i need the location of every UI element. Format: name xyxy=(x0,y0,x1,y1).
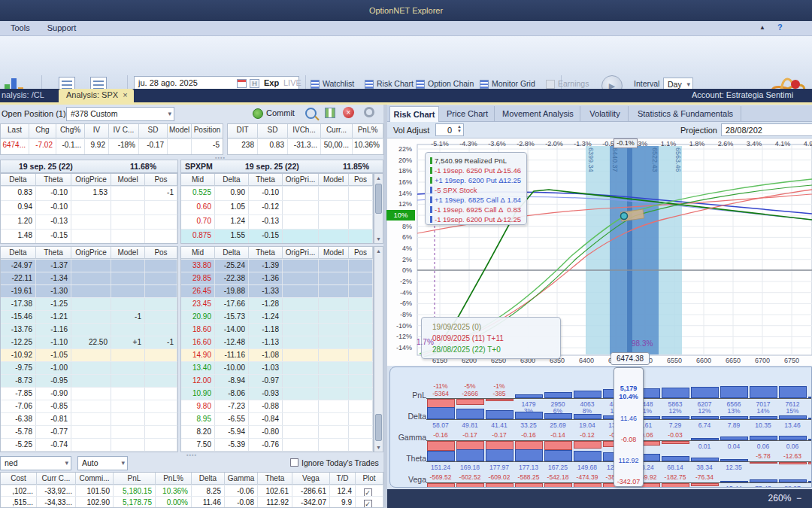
cell[interactable]: 0.875 xyxy=(181,230,215,243)
cell[interactable]: -0.10 xyxy=(36,201,71,214)
cell[interactable]: 16.60 xyxy=(181,336,215,348)
cell[interactable] xyxy=(283,230,319,243)
cell[interactable] xyxy=(349,375,373,387)
cell[interactable]: -5.78 xyxy=(1,426,36,438)
cell[interactable]: -15.46 xyxy=(1,311,36,323)
summary-value-row[interactable]: 2380.83-31.3...50,00...10.36% xyxy=(228,139,383,155)
cell[interactable] xyxy=(145,285,177,297)
option-row[interactable]: -8.73-0.95 xyxy=(1,375,177,388)
cell[interactable] xyxy=(111,388,145,400)
ribbon-collapse-icon[interactable]: ▲ xyxy=(759,24,765,31)
cell[interactable] xyxy=(111,298,145,310)
cell[interactable] xyxy=(145,413,177,425)
cell[interactable]: -24.97 xyxy=(1,260,36,272)
cell[interactable] xyxy=(71,324,111,336)
cell[interactable]: -17.38 xyxy=(1,298,36,310)
option-row[interactable]: 12.00-8.94-0.97 xyxy=(181,375,373,388)
cell[interactable] xyxy=(319,426,349,438)
cell[interactable]: -8.94 xyxy=(215,375,249,387)
cell[interactable]: -1.25 xyxy=(36,298,71,310)
cell[interactable] xyxy=(319,230,349,243)
cell[interactable] xyxy=(319,362,349,374)
cell[interactable]: 10.36% xyxy=(156,485,192,496)
cell[interactable]: 0.90 xyxy=(215,187,249,200)
cell[interactable] xyxy=(283,426,319,438)
cell[interactable] xyxy=(111,426,145,438)
option-row[interactable]: -9.75-1.00 xyxy=(1,362,177,375)
grid-header-row[interactable]: DeltaThetaOrigPriceModelPos xyxy=(1,247,177,260)
cell[interactable]: 18.60 xyxy=(181,324,215,336)
cell[interactable] xyxy=(349,336,373,348)
commit-button[interactable]: Commit xyxy=(253,107,296,121)
cell[interactable] xyxy=(319,375,349,387)
cell[interactable]: 112.92 xyxy=(258,497,292,507)
cell[interactable]: -33,92... xyxy=(37,485,76,496)
cell[interactable]: 14.90 xyxy=(181,349,215,361)
tab-analysis-spx[interactable]: Analysis: SPX × xyxy=(59,89,134,102)
plot-checkbox[interactable]: ✓ xyxy=(364,500,372,507)
cell[interactable] xyxy=(349,187,373,200)
cell[interactable]: 11.46 xyxy=(192,497,225,507)
cell[interactable] xyxy=(71,362,111,374)
option-row[interactable]: -17.38-1.25 xyxy=(1,298,177,311)
cell[interactable] xyxy=(349,324,373,336)
cell[interactable]: -25.24 xyxy=(215,260,249,272)
cell[interactable] xyxy=(111,349,145,361)
cell[interactable] xyxy=(71,388,111,400)
cell[interactable] xyxy=(145,324,177,336)
option-row[interactable]: 14.90-11.16-1.08 xyxy=(181,349,373,362)
help-icon[interactable]: ? xyxy=(777,23,783,32)
cell[interactable] xyxy=(319,439,349,451)
cell[interactable] xyxy=(283,187,319,200)
zoom-out-button[interactable]: − xyxy=(796,493,801,503)
cell[interactable] xyxy=(349,362,373,374)
close-position-icon[interactable]: × xyxy=(343,107,354,118)
cell[interactable] xyxy=(283,260,319,272)
cell[interactable]: 22.50 xyxy=(71,336,111,348)
cell[interactable] xyxy=(145,375,177,387)
cell[interactable]: 1.24 xyxy=(215,215,249,229)
cell[interactable] xyxy=(319,187,349,200)
cell[interactable]: 8.20 xyxy=(181,426,215,438)
cell[interactable] xyxy=(283,413,319,425)
cell[interactable] xyxy=(145,201,177,214)
option-row[interactable]: 0.5250.90-0.10 xyxy=(181,187,373,201)
cell[interactable]: +1 xyxy=(111,336,145,348)
cell[interactable]: 9.80 xyxy=(181,400,215,412)
cell[interactable]: 13.40 xyxy=(181,362,215,374)
cell[interactable]: -4.91 xyxy=(215,452,249,452)
cell[interactable] xyxy=(283,452,319,452)
cell[interactable]: 0.83 xyxy=(1,187,36,200)
cell[interactable] xyxy=(319,201,349,214)
cell[interactable] xyxy=(71,298,111,310)
cell[interactable]: -0.12 xyxy=(249,201,283,214)
totals-row[interactable]: ,515...-34,33...102.905,178.750.00%11.46… xyxy=(1,497,383,508)
cell[interactable]: -1.36 xyxy=(249,272,283,284)
auto-select[interactable]: Auto▾ xyxy=(77,456,128,470)
cell[interactable]: -0.74 xyxy=(36,439,71,451)
cell[interactable]: -1 xyxy=(145,187,177,200)
live-label[interactable]: LIVE xyxy=(283,78,301,87)
cell[interactable]: 12.00 xyxy=(181,375,215,387)
cell[interactable]: -1.21 xyxy=(36,311,71,323)
cell[interactable]: -11.16 xyxy=(215,349,249,361)
calendar-icon[interactable] xyxy=(237,79,247,88)
option-row[interactable]: -5.78-0.77 xyxy=(1,426,177,439)
cell[interactable]: -0.1... xyxy=(56,139,85,154)
option-row[interactable]: 13.40-10.00-1.03 xyxy=(181,362,373,375)
cell[interactable]: -7.06 xyxy=(1,400,36,412)
cell[interactable] xyxy=(349,311,373,323)
cell[interactable]: 0.00% xyxy=(156,497,192,507)
cell[interactable] xyxy=(349,349,373,361)
exp-label[interactable]: Exp xyxy=(264,78,279,87)
plot-checkbox[interactable]: ✓ xyxy=(364,488,372,496)
cell[interactable] xyxy=(145,230,177,243)
cell[interactable]: -286.61 xyxy=(292,485,330,496)
cell[interactable]: -15.73 xyxy=(215,311,249,323)
cell[interactable]: -13.76 xyxy=(1,324,36,336)
cell[interactable]: 8.25 xyxy=(192,485,225,496)
cell[interactable] xyxy=(71,413,111,425)
cell[interactable] xyxy=(349,413,373,425)
option-row[interactable]: 1.20-0.13 xyxy=(1,215,177,230)
cell[interactable] xyxy=(283,400,319,412)
